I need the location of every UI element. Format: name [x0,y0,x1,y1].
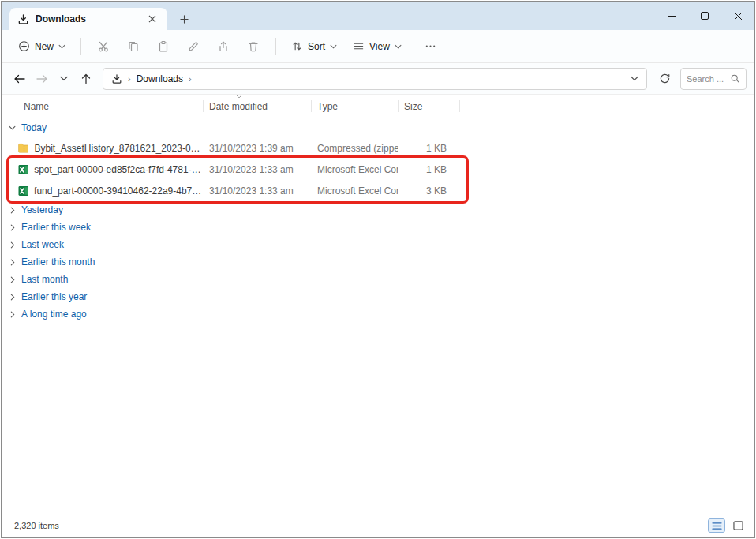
chevron-down-icon [330,44,337,49]
column-header-name[interactable]: Name [2,95,203,118]
new-tab-button[interactable] [177,12,191,26]
excel-icon [17,185,28,197]
plus-circle-icon [18,40,30,52]
chevron-right-icon [10,259,15,266]
chevron-right-icon [10,276,15,283]
rename-icon [187,40,200,53]
share-button[interactable] [209,34,238,59]
group-header-yesterday[interactable]: Yesterday [2,201,754,219]
download-icon [17,13,29,25]
up-button[interactable] [76,68,96,90]
tab-close-icon[interactable] [145,12,159,26]
file-type: Microsoft Excel Com... [311,164,398,175]
view-button[interactable]: View [346,35,409,58]
copy-button[interactable] [119,34,148,59]
group-header-earlier-this-year[interactable]: Earlier this year [2,288,754,305]
cut-button[interactable] [89,34,118,59]
large-icons-view-icon [733,521,743,530]
delete-button[interactable] [239,34,268,59]
paste-icon [157,40,170,53]
tab-title: Downloads [36,13,139,24]
file-explorer-window: Downloads New [1,1,755,538]
group-label: Earlier this month [21,256,95,268]
chevron-right-icon [10,294,15,301]
view-toggles [708,518,747,533]
command-toolbar: New Sort [2,30,754,63]
file-name: spot_part-00000-ed85f2ca-f7fd-4781-a3e6-… [34,164,203,175]
file-size: 3 KB [398,185,459,197]
copy-icon [127,40,140,53]
ellipsis-icon [425,40,436,52]
paste-button[interactable] [149,34,178,59]
window-controls [655,2,754,30]
file-name: Bybit_AssetHistory_8781621_2023-01-01_20… [34,143,203,154]
maximize-button[interactable] [688,2,721,30]
group-header-today[interactable]: Today [2,118,754,137]
rename-button[interactable] [179,34,208,59]
more-options-button[interactable] [417,34,445,59]
group-header-earlier-this-week[interactable]: Earlier this week [2,219,754,236]
chevron-down-icon [58,44,65,49]
chevron-right-icon [10,241,15,249]
group-label: Today [21,122,47,133]
chevron-down-icon [395,44,402,49]
share-icon [217,40,230,53]
column-header-date-modified[interactable]: Date modified [203,95,311,118]
sort-button[interactable]: Sort [284,35,344,58]
group-label: Yesterday [21,204,63,215]
excel-icon [17,163,28,176]
file-row[interactable]: Bybit_AssetHistory_8781621_2023-01-01_20… [2,137,754,159]
file-name: fund_part-00000-39410462-22a9-4b75-afb1-… [34,185,203,197]
new-button[interactable]: New [11,35,73,58]
group-label: Last month [21,274,68,285]
sort-button-label: Sort [308,41,325,52]
file-list: Today Bybit_AssetHistory_8781621_2023-01… [2,118,754,323]
view-button-label: View [369,41,390,52]
column-header-type[interactable]: Type [311,95,398,118]
chevron-right-icon [10,207,15,214]
group-header-earlier-this-month[interactable]: Earlier this month [2,253,754,271]
group-header-a-long-time-ago[interactable]: A long time ago [2,305,754,323]
status-bar: 2,320 items [2,517,754,537]
address-box[interactable]: › Downloads › [103,68,647,90]
view-lines-icon [353,40,365,52]
file-date: 31/10/2023 1:33 am [203,185,311,197]
minimize-button[interactable] [655,2,688,30]
sort-direction-icon [236,95,242,99]
breadcrumb-downloads[interactable]: Downloads [137,73,183,84]
breadcrumb-separator: › [128,74,131,84]
item-count: 2,320 items [14,521,59,530]
file-row[interactable]: spot_part-00000-ed85f2ca-f7fd-4781-a3e6-… [2,159,754,180]
chevron-right-icon [10,311,15,318]
details-view-icon [712,522,722,530]
file-date: 31/10/2023 1:33 am [203,164,311,175]
details-view-button[interactable] [708,518,725,533]
address-dropdown-icon[interactable] [631,76,638,81]
file-type: Microsoft Excel Com... [311,185,398,197]
file-row[interactable]: fund_part-00000-39410462-22a9-4b75-afb1-… [2,180,754,201]
search-input[interactable] [687,74,727,84]
forward-button[interactable] [32,68,52,90]
tab-bar: Downloads [2,2,754,30]
tab-downloads[interactable]: Downloads [9,8,167,30]
breadcrumb-separator: › [189,74,192,84]
back-button[interactable] [9,68,30,90]
file-date: 31/10/2023 1:39 am [203,143,311,154]
file-size: 1 KB [398,164,459,175]
zip-folder-icon [17,141,28,155]
large-icons-view-button[interactable] [729,518,747,533]
download-icon [111,73,122,84]
group-label: Earlier this year [21,291,87,302]
search-box [680,68,747,90]
chevron-down-icon [9,125,16,130]
close-button[interactable] [721,2,754,30]
group-header-last-month[interactable]: Last month [2,271,754,288]
column-header-spacer [459,95,754,118]
column-header-row: Name Date modified Type Size [2,95,754,118]
sort-arrows-icon [291,40,303,52]
refresh-button[interactable] [653,68,676,90]
recent-locations-button[interactable] [54,68,74,90]
column-header-size[interactable]: Size [398,95,459,118]
address-bar: › Downloads › [2,63,754,95]
group-header-last-week[interactable]: Last week [2,236,754,253]
